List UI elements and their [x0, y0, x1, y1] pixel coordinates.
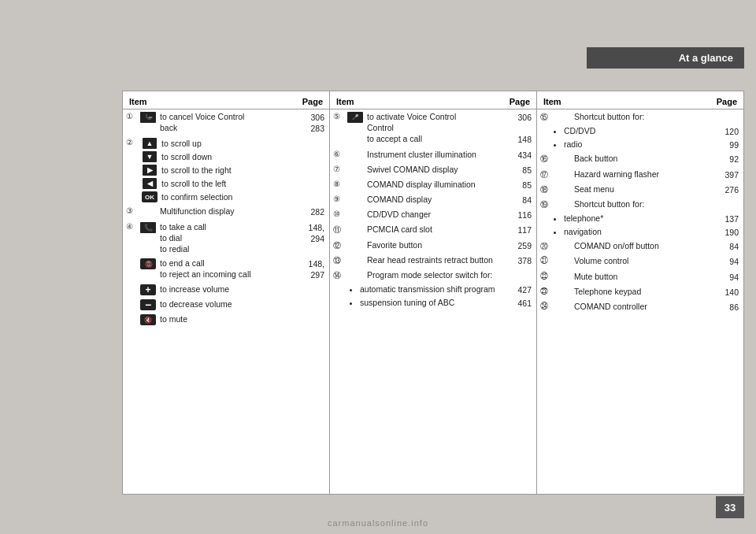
icon-ok: OK	[140, 191, 159, 202]
row-shortcut-1: ⑮ Shortcut button for:	[537, 109, 743, 124]
desc-take-call: to take a callto dialto redial	[158, 221, 301, 255]
icon-none-23	[553, 286, 572, 287]
icon-scroll-right: ▶	[140, 164, 159, 176]
icon-none-10	[346, 209, 365, 210]
icon-none-20	[553, 240, 572, 241]
icon-end-call: 📵	[139, 258, 158, 269]
desc-phone-shortcut: telephone*	[553, 213, 715, 224]
page-radio-shortcut: 99	[715, 139, 739, 150]
row-num-19: ⑲	[540, 198, 553, 210]
page-telephone-keypad: 140	[715, 286, 739, 298]
desc-scroll-right: to scroll to the right	[159, 165, 324, 176]
desc-volume-control: Volume control	[572, 255, 715, 266]
icon-none-13	[346, 254, 365, 255]
page-mute	[301, 313, 324, 314]
left-arrow-icon: ◀	[143, 178, 157, 189]
desc-hazard: Hazard warning flasher	[572, 169, 715, 180]
desc-comand-display: COMAND display	[365, 194, 508, 205]
icon-none-11	[346, 224, 365, 224]
icon-none-16	[553, 153, 572, 154]
page-cd-shortcut: 120	[715, 125, 739, 137]
desc-rear-head: Rear head restraints retract button	[365, 254, 508, 265]
icon-cancel-voice: 📞̶	[139, 111, 158, 123]
row-increase-vol: + to increase volume	[123, 282, 329, 297]
row-num-13: ⑬	[333, 254, 346, 266]
desc-confirm: to confirm selection	[159, 191, 324, 202]
row-back-button: ⑯ Back button 92	[537, 151, 743, 166]
page-phone-shortcut: 137	[715, 213, 739, 224]
column-2: Item Page ⑤ 🎤 to activate Voice ControlC…	[330, 91, 537, 495]
row-num-vol-down	[126, 299, 139, 299]
row-num-8: ⑧	[333, 179, 346, 188]
row-num-end	[126, 258, 139, 258]
col2-item-label: Item	[336, 97, 354, 106]
col1-header: Item Page	[123, 95, 329, 109]
icon-none-7	[346, 164, 365, 165]
page-seat-menu: 276	[715, 184, 739, 195]
page-number: 33	[724, 502, 736, 514]
page-vol-down	[301, 299, 324, 299]
desc-suspension: suspension tuning of ABC	[346, 297, 508, 309]
row-num-20: ⑳	[540, 240, 553, 252]
row-mute-button: ㉒ Mute button 94	[537, 269, 743, 284]
row-swivel-comand: ⑦ Swivel COMAND display 85	[330, 162, 536, 177]
row-mute: 🔇 to mute	[123, 312, 329, 327]
row-comand-controller: ㉔ COMAND controller 86	[537, 299, 743, 314]
ok-icon: OK	[142, 191, 158, 202]
icon-mute-btn: 🔇	[139, 313, 158, 325]
column-3: Item Page ⑮ Shortcut button for: CD/DVD …	[537, 91, 744, 495]
voice-icon: 🎤	[347, 112, 363, 123]
row-num-7: ⑦	[333, 164, 346, 173]
desc-decrease-vol: to decrease volume	[158, 299, 301, 310]
page-favorite: 259	[508, 239, 532, 251]
desc-scroll-down: to scroll down	[159, 151, 324, 162]
row-num-5: ⑤	[333, 111, 346, 121]
desc-favorite: Favorite button	[365, 239, 508, 250]
page-vol-up	[301, 284, 324, 284]
row-nav-shortcut: navigation 190	[537, 225, 743, 239]
row-instrument-cluster: ⑥ Instrument cluster illumination 434	[330, 147, 536, 162]
desc-increase-vol: to increase volume	[158, 284, 301, 295]
page-program-mode	[508, 269, 532, 270]
row-num-24: ㉔	[540, 301, 553, 310]
icon-none-6	[346, 149, 365, 150]
row-suspension: suspension tuning of ABC 461	[330, 296, 536, 310]
col2-header: Item Page	[330, 95, 536, 109]
page-mute-button: 94	[715, 271, 739, 283]
desc-pcmcia: PCMCIA card slot	[365, 224, 508, 235]
page-activate-voice: 306148	[508, 111, 532, 146]
cancel-icon: 📞̶	[140, 112, 156, 123]
plus-icon: +	[140, 284, 156, 295]
desc-activate-voice: to activate Voice ControlControlto accep…	[365, 111, 508, 145]
col3-item-label: Item	[543, 97, 561, 106]
desc-mute: to mute	[158, 313, 301, 324]
desc-instrument-cluster: Instrument cluster illumination	[365, 149, 508, 160]
row-auto-trans: automatic transmission shift program 427	[330, 283, 536, 296]
column-1: Item Page ① 📞̶ to cancel Voice Controlba…	[122, 91, 330, 495]
desc-mute-button: Mute button	[572, 271, 715, 282]
page-shortcut-2	[715, 198, 739, 199]
row-comand-illum: ⑧ COMAND display illumination 85	[330, 177, 536, 192]
col2-page-label: Page	[510, 97, 530, 106]
desc-seat-menu: Seat menu	[572, 184, 715, 195]
row-num-2: ②	[126, 137, 139, 146]
row-cd-shortcut: CD/DVD 120	[537, 124, 743, 138]
page-nav-shortcut: 190	[715, 226, 739, 238]
page-pcmcia: 117	[508, 224, 532, 235]
col1-page-label: Page	[302, 97, 323, 106]
page-back-button: 92	[715, 153, 739, 165]
page-take-call: 148,294	[301, 221, 324, 244]
row-seat-menu: ⑱ Seat menu 276	[537, 182, 743, 197]
row-pcmcia: ⑪ PCMCIA card slot 117	[330, 222, 536, 237]
header-title: At a glance	[679, 52, 733, 64]
icon-vol-down: −	[139, 299, 158, 310]
icon-none-14	[346, 269, 365, 270]
watermark-text: carmanualsonline.info	[328, 518, 428, 528]
call-icon: 📞	[140, 222, 156, 233]
desc-auto-trans: automatic transmission shift program	[346, 284, 508, 295]
page-multifunction: 282	[301, 206, 324, 217]
page-comand-illum: 85	[508, 179, 532, 191]
icon-scroll-up: ▲	[140, 137, 159, 149]
row-hazard: ⑰ Hazard warning flasher 397	[537, 167, 743, 182]
desc-cd-dvd: CD/DVD changer	[365, 209, 508, 220]
